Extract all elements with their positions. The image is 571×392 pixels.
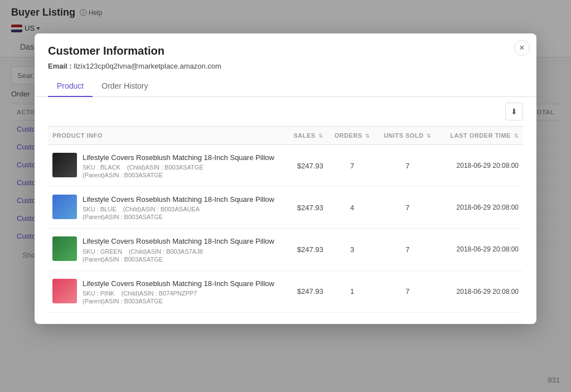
product-table-body: Lifestyle Covers Roseblush Matching 18-I… [48, 145, 523, 313]
product-parent-asin: (Parent)ASIN : B003ASATGE [83, 214, 163, 220]
tab-order-history[interactable]: Order History [93, 77, 157, 97]
product-last-order: 2018-06-29 20:08:00 [439, 229, 523, 270]
modal-header: Customer Information Email : llzix123cp0… [35, 33, 536, 77]
sort-icon-time: ⇅ [514, 133, 519, 139]
product-meta: SKU : BLUE (Child)ASIN : B003ASAUEA [83, 206, 274, 212]
product-info-text: Lifestyle Covers Roseblush Matching 18-I… [83, 279, 274, 304]
product-info-cell: Lifestyle Covers Roseblush Matching 18-I… [48, 229, 286, 270]
modal-email: Email : llzix123cp0q2lvna@marketplace.am… [48, 62, 523, 70]
close-button[interactable]: × [514, 40, 530, 56]
product-info-text: Lifestyle Covers Roseblush Matching 18-I… [83, 153, 274, 178]
product-meta: SKU : BLACK (Child)ASIN : B003ASATGE [83, 164, 274, 171]
product-orders: 4 [328, 187, 377, 229]
modal-overlay: × Customer Information Email : llzix123c… [0, 0, 571, 392]
product-orders: 3 [328, 229, 377, 270]
product-name: Lifestyle Covers Roseblush Matching 18-I… [83, 279, 274, 289]
modal-body: ⬇ PRODUCT INFO SALES ⇅ ORDERS [35, 97, 536, 324]
col-product-info-label: PRODUCT INFO [52, 132, 103, 139]
col-last-order: LAST ORDER TIME ⇅ [439, 127, 523, 145]
email-label: Email : [48, 62, 72, 70]
product-sales: $247.93 [286, 145, 328, 187]
product-info-text: Lifestyle Covers Roseblush Matching 18-I… [83, 236, 274, 262]
product-table: PRODUCT INFO SALES ⇅ ORDERS ⇅ UNITS SOLD [48, 126, 523, 313]
col-last-order-label: LAST ORDER TIME [451, 132, 511, 139]
sort-icon-orders: ⇅ [365, 133, 370, 139]
col-sales: SALES ⇅ [286, 127, 328, 145]
col-product-info: PRODUCT INFO [48, 127, 286, 145]
product-meta: SKU : GREEN (Child)ASIN : B003AS7AJ8 [83, 248, 274, 255]
product-last-order: 2018-06-29 20:08:00 [439, 270, 523, 312]
product-row: Lifestyle Covers Roseblush Matching 18-I… [48, 187, 523, 229]
product-image [52, 279, 77, 303]
product-sales: $247.93 [286, 270, 328, 312]
product-row: Lifestyle Covers Roseblush Matching 18-I… [48, 270, 523, 312]
product-units: 7 [376, 270, 438, 312]
product-parent-meta: (Parent)ASIN : B003ASATGE [83, 298, 274, 304]
download-button[interactable]: ⬇ [505, 103, 523, 120]
product-child-asin: (Child)ASIN : B003ASAUEA [123, 206, 200, 212]
table-header-row: PRODUCT INFO SALES ⇅ ORDERS ⇅ UNITS SOLD [48, 127, 523, 145]
product-child-asin: (Child)ASIN : B003ASATGE [127, 164, 204, 171]
product-name: Lifestyle Covers Roseblush Matching 18-I… [83, 236, 274, 246]
product-info-cell: Lifestyle Covers Roseblush Matching 18-I… [48, 145, 286, 187]
product-parent-asin: (Parent)ASIN : B003ASATGE [83, 172, 163, 178]
product-sales: $247.93 [286, 229, 328, 270]
product-units: 7 [376, 145, 438, 187]
product-sku: SKU : BLACK [83, 164, 120, 171]
product-info-cell: Lifestyle Covers Roseblush Matching 18-I… [48, 270, 286, 312]
customer-info-modal: × Customer Information Email : llzix123c… [35, 33, 536, 324]
product-sku: SKU : PINK [83, 290, 114, 297]
col-units-label: UNITS SOLD [384, 132, 424, 139]
product-sales: $247.93 [286, 187, 328, 229]
product-parent-meta: (Parent)ASIN : B003ASATGE [83, 256, 274, 263]
product-row: Lifestyle Covers Roseblush Matching 18-I… [48, 145, 523, 187]
product-parent-asin: (Parent)ASIN : B003ASATGE [83, 298, 163, 304]
product-last-order: 2018-06-29 20:08:00 [439, 145, 523, 187]
product-orders: 7 [328, 145, 377, 187]
product-units: 7 [376, 187, 438, 229]
product-last-order: 2018-06-29 20:08:00 [439, 187, 523, 229]
tab-product[interactable]: Product [48, 77, 93, 97]
modal-toolbar: ⬇ [48, 97, 523, 126]
product-name: Lifestyle Covers Roseblush Matching 18-I… [83, 195, 274, 205]
product-info-cell: Lifestyle Covers Roseblush Matching 18-I… [48, 187, 286, 229]
col-units-sold: UNITS SOLD ⇅ [376, 127, 438, 145]
col-orders-label: ORDERS [334, 132, 362, 139]
product-image [52, 236, 77, 261]
product-parent-asin: (Parent)ASIN : B003ASATGE [83, 256, 163, 263]
product-meta: SKU : PINK (Child)ASIN : B074PNZPP7 [83, 290, 274, 297]
product-sku: SKU : GREEN [83, 248, 122, 255]
email-value: llzix123cp0q2lvna@marketplace.amazon.com [74, 62, 221, 70]
modal-title: Customer Information [48, 45, 523, 57]
sort-icon-sales: ⇅ [318, 133, 323, 139]
product-parent-meta: (Parent)ASIN : B003ASATGE [83, 214, 274, 220]
product-image [52, 153, 77, 177]
product-image [52, 195, 77, 219]
product-child-asin: (Child)ASIN : B074PNZPP7 [121, 290, 197, 297]
product-orders: 1 [328, 270, 377, 312]
modal-tabs: Product Order History [35, 77, 536, 97]
product-row: Lifestyle Covers Roseblush Matching 18-I… [48, 229, 523, 270]
sort-icon-units: ⇅ [427, 133, 432, 139]
product-parent-meta: (Parent)ASIN : B003ASATGE [83, 172, 274, 178]
product-name: Lifestyle Covers Roseblush Matching 18-I… [83, 153, 274, 163]
product-units: 7 [376, 229, 438, 270]
col-sales-label: SALES [293, 132, 315, 139]
col-orders: ORDERS ⇅ [328, 127, 377, 145]
product-info-text: Lifestyle Covers Roseblush Matching 18-I… [83, 195, 274, 220]
product-sku: SKU : BLUE [83, 206, 117, 212]
product-child-asin: (Child)ASIN : B003AS7AJ8 [129, 248, 203, 255]
